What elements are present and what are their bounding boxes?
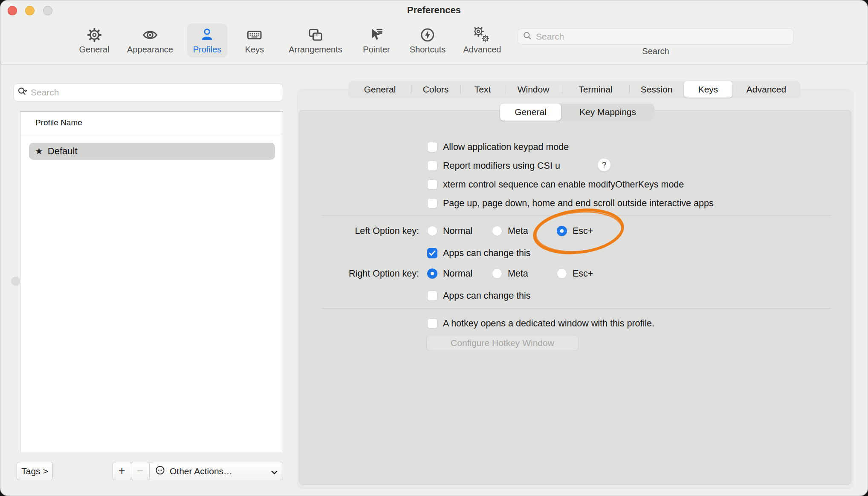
checkbox-row: Report modifiers using CSI u — [427, 160, 560, 172]
radio-pair: Meta — [492, 268, 528, 280]
toolbar-label: Keys — [245, 45, 264, 55]
tab-keys[interactable]: Keys — [684, 81, 732, 98]
person-icon — [200, 27, 215, 43]
radio-left-esc[interactable] — [557, 226, 567, 236]
tab-label: Colors — [423, 84, 449, 95]
toolbar-label: General — [79, 45, 109, 55]
left-option-key-label: Left Option key: — [298, 225, 419, 237]
checkbox-allow-keypad[interactable] — [427, 142, 437, 152]
remove-profile-button[interactable]: − — [131, 462, 150, 480]
divider — [322, 216, 831, 216]
radio-label: Esc+ — [573, 226, 593, 236]
window-title: Preferences — [0, 5, 868, 16]
profile-name: Default — [48, 146, 78, 157]
toolbar-item-shortcuts[interactable]: Shortcuts — [404, 23, 451, 58]
checkbox-label: xterm control sequence can enable modify… — [443, 179, 684, 190]
tab-text[interactable]: Text — [460, 81, 505, 98]
checkbox-hotkey-window[interactable] — [427, 318, 437, 329]
tags-button[interactable]: Tags > — [17, 462, 53, 480]
toolbar-item-keys[interactable]: Keys — [239, 23, 270, 58]
toolbar-item-arrangements[interactable]: Arrangements — [283, 23, 348, 58]
toolbar-label: Shortcuts — [410, 45, 446, 55]
preferences-window: Preferences General Appearance Profiles — [0, 0, 868, 496]
radio-right-meta[interactable] — [492, 268, 502, 279]
radio-left-meta[interactable] — [492, 226, 502, 236]
divider — [20, 134, 283, 134]
checkbox-label: Page up, page down, home and end scroll … — [443, 198, 714, 209]
checkbox-csi-u[interactable] — [427, 161, 437, 171]
checkbox-row: Apps can change this — [427, 290, 531, 302]
radio-label: Meta — [508, 268, 528, 279]
tab-label: General — [364, 84, 396, 95]
search-menu-icon[interactable] — [17, 86, 28, 99]
help-glyph: ? — [602, 161, 606, 170]
tab-session[interactable]: Session — [629, 81, 684, 98]
subtab-general[interactable]: General — [500, 104, 561, 121]
profile-filter-input[interactable] — [31, 87, 279, 98]
toolbar-label: Profiles — [193, 45, 222, 55]
profile-filter-field[interactable] — [13, 84, 283, 101]
toolbar-item-general[interactable]: General — [73, 23, 115, 58]
toolbar-search-field[interactable] — [518, 28, 794, 45]
profile-list-header: Profile Name — [20, 112, 283, 134]
tab-label: Session — [641, 84, 673, 95]
minus-icon: − — [137, 464, 144, 478]
windows-stack-icon — [308, 27, 323, 43]
cursor-icon — [369, 27, 384, 43]
checkbox-label: A hotkey opens a dedicated window with t… — [443, 318, 654, 329]
checkbox-label: Allow application keypad mode — [443, 142, 569, 153]
profile-tabs: General Colors Text Window Terminal Sess… — [349, 81, 800, 98]
tags-button-label: Tags > — [21, 466, 48, 476]
default-star-icon: ★ — [35, 146, 43, 156]
radio-right-esc[interactable] — [557, 268, 567, 279]
divider — [322, 308, 831, 309]
profile-row-default[interactable]: ★ Default — [29, 143, 275, 160]
toolbar-search-input[interactable] — [536, 32, 789, 42]
radio-label: Esc+ — [573, 268, 593, 279]
tab-colors[interactable]: Colors — [411, 81, 460, 98]
subtab-key-mappings[interactable]: Key Mappings — [561, 104, 654, 121]
toolbar-label: Advanced — [463, 45, 501, 55]
checkbox-row: xterm control sequence can enable modify… — [427, 179, 684, 190]
keys-tab-content — [299, 110, 851, 485]
radio-pair: Meta — [492, 225, 528, 237]
checkbox-label: Apps can change this — [443, 248, 531, 259]
eye-icon — [142, 27, 158, 43]
checkbox-row: Apps can change this — [427, 247, 531, 259]
toolbar-divider — [0, 64, 868, 65]
checkbox-modify-other-keys[interactable] — [427, 179, 437, 190]
checkbox-right-apps-can-change[interactable] — [427, 291, 437, 301]
tab-advanced[interactable]: Advanced — [732, 81, 800, 98]
toolbar-item-advanced[interactable]: Advanced — [457, 23, 507, 58]
keys-subtabs: General Key Mappings — [500, 104, 654, 121]
toolbar-item-profiles[interactable]: Profiles — [187, 23, 228, 58]
radio-left-normal[interactable] — [427, 226, 437, 236]
other-actions-label: Other Actions… — [170, 466, 269, 476]
toolbar-item-appearance[interactable]: Appearance — [121, 23, 179, 58]
toolbar-label: Appearance — [127, 45, 173, 55]
checkbox-row: Page up, page down, home and end scroll … — [427, 197, 714, 209]
subtab-label: Key Mappings — [579, 107, 636, 117]
radio-label: Meta — [508, 226, 528, 236]
tab-window[interactable]: Window — [505, 81, 562, 98]
add-profile-button[interactable]: + — [113, 462, 131, 480]
help-button[interactable]: ? — [597, 158, 611, 172]
tab-terminal[interactable]: Terminal — [562, 81, 629, 98]
tab-label: Text — [475, 84, 491, 95]
lightning-circle-icon — [420, 27, 435, 43]
checkbox-page-scroll[interactable] — [427, 198, 437, 208]
toolbar-item-pointer[interactable]: Pointer — [357, 23, 396, 58]
configure-hotkey-window-button[interactable]: Configure Hotkey Window — [426, 335, 579, 351]
tab-general[interactable]: General — [349, 81, 411, 98]
toolbar-search-label: Search — [518, 46, 794, 56]
radio-right-normal[interactable] — [427, 268, 437, 279]
checkbox-label: Report modifiers using CSI u — [443, 161, 560, 171]
radio-pair: Esc+ — [557, 225, 593, 237]
chevron-down-icon — [269, 467, 278, 476]
other-actions-dropdown[interactable]: Other Actions… — [149, 462, 283, 480]
ellipsis-circle-icon — [155, 465, 165, 478]
checkbox-row: Allow application keypad mode — [427, 141, 569, 153]
checkbox-left-apps-can-change[interactable] — [427, 248, 437, 258]
pane-splitter-handle[interactable] — [11, 277, 20, 286]
radio-pair: Esc+ — [557, 268, 593, 280]
